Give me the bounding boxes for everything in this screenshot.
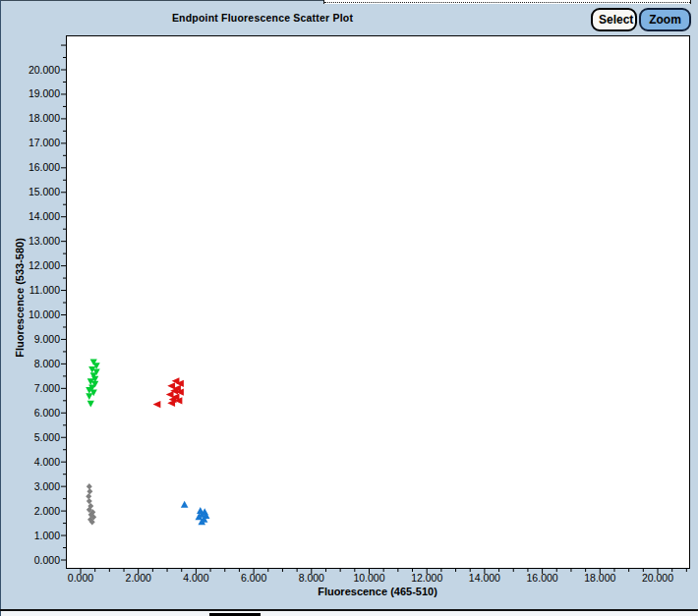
x-tick-label: 8.000: [299, 572, 324, 584]
y-tick-label: 20.000: [29, 64, 60, 76]
y-tick-label: 16.000: [29, 161, 60, 173]
y-tick-label: 0.000: [34, 554, 60, 566]
y-tick-label: 1.000: [34, 530, 60, 541]
scatter-plot-window: Endpoint Fluorescence Scatter Plot Selec…: [0, 0, 698, 616]
y-tick-label: 11.000: [29, 284, 60, 296]
scatter-plot-canvas[interactable]: 0.0002.0004.0006.0008.00010.00012.00014.…: [0, 0, 698, 616]
x-axis-label: Fluorescence (465-510): [66, 586, 689, 597]
y-tick-label: 15.000: [29, 186, 60, 197]
y-tick-label: 18.000: [29, 112, 60, 124]
y-tick-label: 4.000: [34, 456, 60, 468]
y-tick-label: 9.000: [34, 333, 60, 345]
y-tick-label: 5.000: [34, 431, 60, 443]
y-tick-label: 8.000: [34, 358, 60, 369]
x-tick-label: 14.000: [469, 572, 500, 584]
y-tick-label: 13.000: [29, 235, 60, 247]
y-tick-label: 2.000: [34, 505, 60, 517]
x-tick-label: 10.000: [353, 572, 384, 584]
plot-area[interactable]: [67, 36, 690, 569]
y-tick-label: 6.000: [34, 407, 60, 419]
x-tick-label: 12.000: [411, 572, 442, 584]
y-tick-label: 17.000: [29, 137, 60, 148]
x-tick-label: 6.000: [241, 572, 266, 584]
y-axis-label: Fluorescence (533-580): [14, 238, 26, 358]
bottom-panel-edge: [1, 611, 698, 616]
x-tick-label: 16.000: [527, 572, 558, 584]
x-tick-label: 0.000: [68, 572, 93, 584]
y-tick-label: 7.000: [34, 382, 60, 394]
y-tick-label: 14.000: [29, 210, 60, 222]
x-tick-label: 2.000: [126, 572, 151, 584]
y-tick-label: 12.000: [29, 259, 60, 271]
x-tick-label: 18.000: [584, 572, 615, 584]
y-tick-label: 10.000: [29, 308, 60, 320]
x-tick-label: 20.000: [642, 572, 673, 584]
y-tick-label: 3.000: [34, 480, 60, 492]
y-tick-label: 19.000: [29, 87, 60, 99]
x-tick-label: 4.000: [183, 572, 208, 584]
